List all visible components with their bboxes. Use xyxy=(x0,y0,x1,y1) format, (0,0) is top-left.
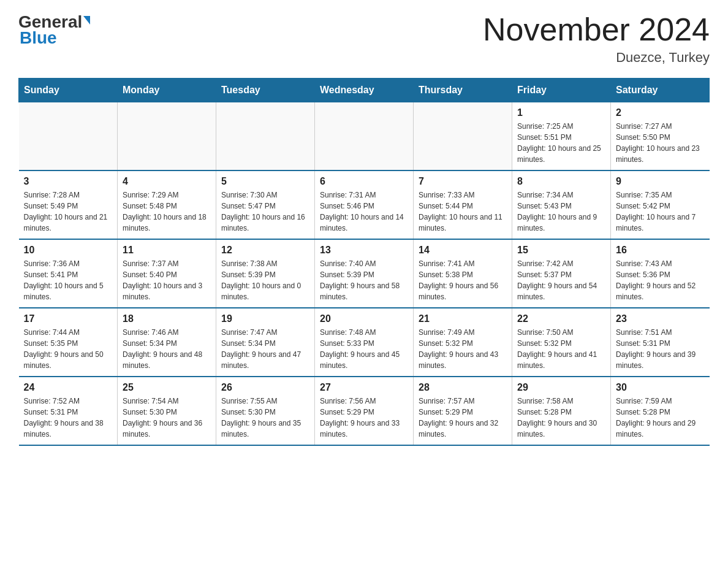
calendar-cell: 19Sunrise: 7:47 AMSunset: 5:34 PMDayligh… xyxy=(216,308,315,377)
day-info: Sunrise: 7:28 AMSunset: 5:49 PMDaylight:… xyxy=(24,190,113,234)
calendar-cell: 12Sunrise: 7:38 AMSunset: 5:39 PMDayligh… xyxy=(216,239,315,308)
calendar-week-row: 24Sunrise: 7:52 AMSunset: 5:31 PMDayligh… xyxy=(19,377,710,445)
col-thursday: Thursday xyxy=(414,79,512,102)
day-number: 13 xyxy=(320,245,408,256)
col-friday: Friday xyxy=(512,79,611,102)
calendar-week-row: 1Sunrise: 7:25 AMSunset: 5:51 PMDaylight… xyxy=(19,102,710,171)
day-number: 20 xyxy=(320,313,408,324)
day-number: 8 xyxy=(517,176,605,187)
day-info: Sunrise: 7:31 AMSunset: 5:46 PMDaylight:… xyxy=(320,190,408,234)
day-info: Sunrise: 7:57 AMSunset: 5:29 PMDaylight:… xyxy=(419,396,507,440)
calendar-week-row: 10Sunrise: 7:36 AMSunset: 5:41 PMDayligh… xyxy=(19,239,710,308)
day-number: 7 xyxy=(419,176,507,187)
day-number: 23 xyxy=(616,313,705,324)
calendar-cell: 24Sunrise: 7:52 AMSunset: 5:31 PMDayligh… xyxy=(19,377,118,445)
day-info: Sunrise: 7:56 AMSunset: 5:29 PMDaylight:… xyxy=(320,396,408,440)
calendar-cell: 20Sunrise: 7:48 AMSunset: 5:33 PMDayligh… xyxy=(315,308,414,377)
day-number: 14 xyxy=(419,245,507,256)
day-number: 27 xyxy=(320,382,408,393)
calendar-cell: 7Sunrise: 7:33 AMSunset: 5:44 PMDaylight… xyxy=(414,170,512,239)
day-number: 26 xyxy=(221,382,309,393)
day-info: Sunrise: 7:59 AMSunset: 5:28 PMDaylight:… xyxy=(616,396,705,440)
day-info: Sunrise: 7:27 AMSunset: 5:50 PMDaylight:… xyxy=(616,121,705,165)
title-block: November 2024 Duezce, Turkey xyxy=(483,12,710,66)
logo-triangle-icon xyxy=(83,16,90,25)
calendar-cell: 29Sunrise: 7:58 AMSunset: 5:28 PMDayligh… xyxy=(512,377,611,445)
calendar-cell: 18Sunrise: 7:46 AMSunset: 5:34 PMDayligh… xyxy=(118,308,216,377)
col-wednesday: Wednesday xyxy=(315,79,414,102)
calendar-table: Sunday Monday Tuesday Wednesday Thursday… xyxy=(18,78,710,446)
day-number: 11 xyxy=(123,245,211,256)
day-info: Sunrise: 7:41 AMSunset: 5:38 PMDaylight:… xyxy=(419,258,507,302)
col-sunday: Sunday xyxy=(19,79,118,102)
day-number: 28 xyxy=(419,382,507,393)
day-info: Sunrise: 7:48 AMSunset: 5:33 PMDaylight:… xyxy=(320,327,408,371)
day-info: Sunrise: 7:50 AMSunset: 5:32 PMDaylight:… xyxy=(517,327,605,371)
day-info: Sunrise: 7:29 AMSunset: 5:48 PMDaylight:… xyxy=(123,190,211,234)
calendar-cell xyxy=(216,102,315,171)
day-info: Sunrise: 7:43 AMSunset: 5:36 PMDaylight:… xyxy=(616,258,705,302)
calendar-cell: 11Sunrise: 7:37 AMSunset: 5:40 PMDayligh… xyxy=(118,239,216,308)
day-info: Sunrise: 7:44 AMSunset: 5:35 PMDaylight:… xyxy=(24,327,113,371)
calendar-cell xyxy=(19,102,118,171)
day-info: Sunrise: 7:54 AMSunset: 5:30 PMDaylight:… xyxy=(123,396,211,440)
day-info: Sunrise: 7:34 AMSunset: 5:43 PMDaylight:… xyxy=(517,190,605,234)
day-number: 30 xyxy=(616,382,705,393)
day-number: 3 xyxy=(24,176,113,187)
day-number: 24 xyxy=(24,382,113,393)
day-number: 12 xyxy=(221,245,309,256)
calendar-cell: 22Sunrise: 7:50 AMSunset: 5:32 PMDayligh… xyxy=(512,308,611,377)
calendar-cell: 5Sunrise: 7:30 AMSunset: 5:47 PMDaylight… xyxy=(216,170,315,239)
calendar-cell: 15Sunrise: 7:42 AMSunset: 5:37 PMDayligh… xyxy=(512,239,611,308)
page-header: General Blue November 2024 Duezce, Turke… xyxy=(18,12,710,66)
calendar-cell: 1Sunrise: 7:25 AMSunset: 5:51 PMDaylight… xyxy=(512,102,611,171)
calendar-cell: 28Sunrise: 7:57 AMSunset: 5:29 PMDayligh… xyxy=(414,377,512,445)
day-info: Sunrise: 7:37 AMSunset: 5:40 PMDaylight:… xyxy=(123,258,211,302)
calendar-cell: 13Sunrise: 7:40 AMSunset: 5:39 PMDayligh… xyxy=(315,239,414,308)
calendar-cell: 30Sunrise: 7:59 AMSunset: 5:28 PMDayligh… xyxy=(611,377,710,445)
day-info: Sunrise: 7:46 AMSunset: 5:34 PMDaylight:… xyxy=(123,327,211,371)
calendar-subtitle: Duezce, Turkey xyxy=(483,50,710,66)
day-info: Sunrise: 7:51 AMSunset: 5:31 PMDaylight:… xyxy=(616,327,705,371)
day-number: 6 xyxy=(320,176,408,187)
day-info: Sunrise: 7:55 AMSunset: 5:30 PMDaylight:… xyxy=(221,396,309,440)
col-tuesday: Tuesday xyxy=(216,79,315,102)
day-info: Sunrise: 7:25 AMSunset: 5:51 PMDaylight:… xyxy=(517,121,605,165)
calendar-header-row: Sunday Monday Tuesday Wednesday Thursday… xyxy=(19,79,710,102)
calendar-cell: 6Sunrise: 7:31 AMSunset: 5:46 PMDaylight… xyxy=(315,170,414,239)
day-number: 10 xyxy=(24,245,113,256)
calendar-cell: 17Sunrise: 7:44 AMSunset: 5:35 PMDayligh… xyxy=(19,308,118,377)
calendar-cell: 16Sunrise: 7:43 AMSunset: 5:36 PMDayligh… xyxy=(611,239,710,308)
day-number: 1 xyxy=(517,107,605,118)
day-info: Sunrise: 7:40 AMSunset: 5:39 PMDaylight:… xyxy=(320,258,408,302)
day-number: 4 xyxy=(123,176,211,187)
day-info: Sunrise: 7:38 AMSunset: 5:39 PMDaylight:… xyxy=(221,258,309,302)
calendar-cell: 2Sunrise: 7:27 AMSunset: 5:50 PMDaylight… xyxy=(611,102,710,171)
day-info: Sunrise: 7:36 AMSunset: 5:41 PMDaylight:… xyxy=(24,258,113,302)
logo-blue: Blue xyxy=(20,28,57,48)
calendar-cell: 10Sunrise: 7:36 AMSunset: 5:41 PMDayligh… xyxy=(19,239,118,308)
calendar-week-row: 3Sunrise: 7:28 AMSunset: 5:49 PMDaylight… xyxy=(19,170,710,239)
day-info: Sunrise: 7:49 AMSunset: 5:32 PMDaylight:… xyxy=(419,327,507,371)
day-number: 18 xyxy=(123,313,211,324)
day-info: Sunrise: 7:58 AMSunset: 5:28 PMDaylight:… xyxy=(517,396,605,440)
calendar-cell: 23Sunrise: 7:51 AMSunset: 5:31 PMDayligh… xyxy=(611,308,710,377)
day-number: 17 xyxy=(24,313,113,324)
calendar-cell: 26Sunrise: 7:55 AMSunset: 5:30 PMDayligh… xyxy=(216,377,315,445)
calendar-title: November 2024 xyxy=(483,12,710,47)
day-info: Sunrise: 7:30 AMSunset: 5:47 PMDaylight:… xyxy=(221,190,309,234)
day-number: 9 xyxy=(616,176,705,187)
day-info: Sunrise: 7:35 AMSunset: 5:42 PMDaylight:… xyxy=(616,190,705,234)
calendar-cell xyxy=(315,102,414,171)
day-number: 15 xyxy=(517,245,605,256)
calendar-cell: 14Sunrise: 7:41 AMSunset: 5:38 PMDayligh… xyxy=(414,239,512,308)
day-info: Sunrise: 7:52 AMSunset: 5:31 PMDaylight:… xyxy=(24,396,113,440)
calendar-cell: 27Sunrise: 7:56 AMSunset: 5:29 PMDayligh… xyxy=(315,377,414,445)
logo: General Blue xyxy=(18,12,90,48)
day-number: 2 xyxy=(616,107,705,118)
day-number: 21 xyxy=(419,313,507,324)
calendar-cell: 9Sunrise: 7:35 AMSunset: 5:42 PMDaylight… xyxy=(611,170,710,239)
col-monday: Monday xyxy=(118,79,216,102)
day-number: 16 xyxy=(616,245,705,256)
calendar-cell xyxy=(414,102,512,171)
